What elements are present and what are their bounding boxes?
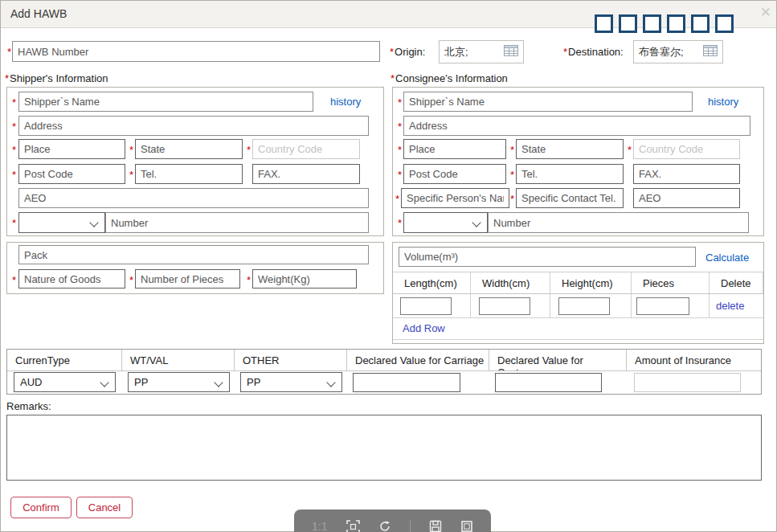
delete-cell: delete [710,294,763,317]
tofu-box [667,14,685,33]
tofu-box [643,14,661,33]
shipper-aeo-input[interactable] [18,188,369,208]
chevron-down-icon [472,218,481,227]
add-hawb-dialog: Add HAWB ✕ * *Origin: 北京; *Destination: [0,0,777,532]
consignee-state-input[interactable] [516,139,624,159]
shipper-name-input[interactable] [18,92,313,112]
zoom-1to1-button[interactable]: 1:1 [312,520,327,532]
lookup-grid-icon[interactable] [504,45,518,59]
required-marker: * [510,144,514,156]
save-icon[interactable] [429,520,442,532]
length-input[interactable] [400,297,452,315]
consignee-place-input[interactable] [403,139,506,159]
shipper-state-input[interactable] [135,139,243,159]
col-height: Height(cm) [550,272,632,293]
shipper-country-code-input[interactable] [252,139,360,159]
consignee-aeo-input[interactable] [633,188,740,208]
lookup-grid-icon[interactable] [703,45,718,59]
add-row-link[interactable]: Add Row [403,322,445,334]
remarks-textarea[interactable] [6,415,762,481]
required-marker: * [628,144,632,156]
consignee-specific-tel-input[interactable] [516,188,624,208]
volume-input[interactable] [399,247,696,267]
chevron-down-icon [89,218,98,227]
shipper-tel-input[interactable] [135,164,243,184]
required-marker: * [510,193,514,205]
origin-combo[interactable]: 北京; [439,40,524,63]
required-marker: * [391,72,395,84]
viewer-toolbar: 1:1 [294,509,491,532]
chevron-down-icon [214,378,223,387]
shipper-address-input[interactable] [18,116,369,136]
dimensions-footer-row: Add Row [393,318,763,340]
col-declared-customs: Declared Value for Customs [489,350,627,370]
dimensions-header-row: Length(cm) Width(cm) Height(cm) Pieces D… [393,272,763,294]
col-curren-type: CurrenType [7,350,122,370]
tofu-box [595,14,613,33]
shipper-fax-input[interactable] [252,164,360,184]
shipper-id-type-select[interactable] [18,212,105,233]
close-icon[interactable]: ✕ [760,6,771,19]
tofu-box [691,14,710,33]
required-marker: * [12,274,16,286]
consignee-tel-input[interactable] [516,164,624,184]
other-select[interactable]: PP [240,372,342,392]
col-amount-insurance: Amount of Insurance [627,350,761,370]
cancel-button[interactable]: Cancel [76,497,133,518]
shipper-post-code-input[interactable] [18,164,125,184]
width-input[interactable] [479,297,530,315]
consignee-name-input[interactable] [403,92,693,112]
consignee-specific-person-input[interactable] [401,188,509,208]
required-marker: * [398,144,402,156]
hawb-number-input[interactable] [12,41,380,62]
wt-val-select[interactable]: PP [128,372,230,392]
origin-value: 北京; [444,45,504,59]
required-marker: * [129,169,133,181]
tofu-box [619,14,637,33]
required-marker: * [398,121,402,133]
pack-input[interactable] [18,245,369,264]
required-marker: * [563,46,567,58]
declared-carriage-input[interactable] [353,373,460,392]
wt-val-value: PP [134,376,148,388]
required-marker: * [7,46,11,58]
chevron-down-icon [326,378,335,387]
rotate-icon[interactable] [378,520,391,532]
number-of-pieces-input[interactable] [135,269,240,289]
shipper-number-input[interactable] [105,212,369,233]
col-length: Length(cm) [393,272,471,293]
consignee-fax-input[interactable] [633,164,740,184]
dimensions-table: Length(cm) Width(cm) Height(cm) Pieces D… [393,272,763,340]
amount-insurance-input[interactable] [634,373,741,392]
required-marker: * [12,217,16,229]
shipper-history-link[interactable]: history [330,96,361,108]
pack-box: * * * [6,242,384,294]
confirm-button[interactable]: Confirm [10,497,72,518]
length-cell [393,294,471,317]
destination-combo[interactable]: 布鲁塞尔; [633,40,723,63]
consignee-id-type-select[interactable] [403,212,488,233]
original-size-icon[interactable] [460,520,473,532]
required-marker: * [12,169,16,181]
consignee-number-input[interactable] [488,212,749,233]
shipper-place-input[interactable] [18,139,125,159]
col-declared-carriage: Declared Value for Carriage [347,350,489,370]
calculate-link[interactable]: Calculate [705,252,749,264]
curren-type-select[interactable]: AUD [14,372,116,392]
height-input[interactable] [558,297,610,315]
required-marker: * [12,121,16,133]
destination-label: *Destination: [563,46,624,58]
consignee-history-link[interactable]: history [708,96,738,108]
required-marker: * [247,274,251,286]
pieces-input[interactable] [636,297,689,315]
delete-row-link[interactable]: delete [716,300,744,312]
fit-screen-icon[interactable] [346,520,360,532]
charges-table: CurrenType WT/VAL OTHER Declared Value f… [6,349,762,395]
tofu-squares [595,14,739,33]
consignee-country-code-input[interactable] [633,139,740,159]
weight-input[interactable] [252,269,357,289]
nature-of-goods-input[interactable] [18,269,125,289]
consignee-post-code-input[interactable] [403,164,506,184]
consignee-address-input[interactable] [403,116,750,136]
declared-customs-input[interactable] [495,373,602,392]
